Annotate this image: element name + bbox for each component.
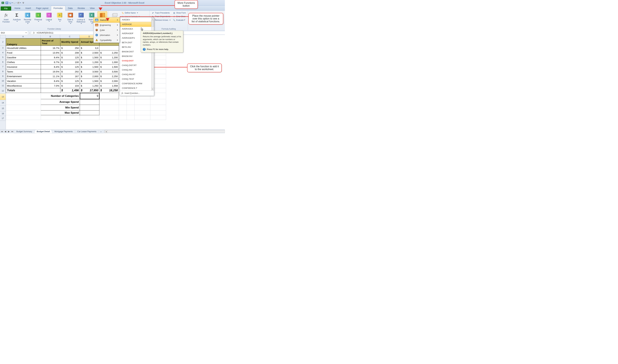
scroll-left-icon[interactable]: ◀: [105, 130, 107, 133]
cell-category[interactable]: Miscellaneous: [6, 83, 41, 88]
cell-percent[interactable]: 13.9%: [41, 51, 60, 55]
row-header-3[interactable]: 3: [0, 46, 6, 50]
row-header-2[interactable]: 2: [0, 38, 6, 46]
file-tab[interactable]: File: [1, 6, 11, 11]
tab-home[interactable]: Home: [12, 6, 23, 11]
define-name-button[interactable]: 🏷️Define Name: [121, 11, 144, 14]
totals-monthly[interactable]: $1,496: [60, 88, 80, 93]
function-item[interactable]: BINOM.INV: [120, 54, 154, 58]
cell-ly[interactable]: $1,500: [99, 65, 119, 69]
show-formulas-button[interactable]: ▤Show Form: [172, 11, 186, 14]
row-header-17[interactable]: 17: [0, 116, 6, 121]
horizontal-scrollbar[interactable]: ◀: [105, 130, 225, 133]
scroll-thumb[interactable]: [152, 20, 154, 26]
function-item[interactable]: CHISQ.TEST: [120, 77, 154, 81]
tab-formulas[interactable]: Formulas: [51, 6, 66, 11]
row-header-16[interactable]: 16: [0, 111, 6, 116]
function-item[interactable]: CHISQ.DIST.RT: [120, 63, 154, 68]
function-item[interactable]: AVEDEV: [120, 17, 154, 22]
recently-used-button[interactable]: ★ Recently Used: [23, 11, 32, 27]
cell-percent[interactable]: 11.1%: [41, 74, 60, 79]
row-header-9[interactable]: 9: [0, 74, 6, 78]
scroll-up-icon[interactable]: ▲: [151, 17, 154, 20]
cell-category[interactable]: Entertainment: [6, 74, 41, 79]
cell-category[interactable]: Household Utilities: [6, 46, 41, 51]
function-item[interactable]: AVERAGEA: [120, 26, 154, 31]
sheet-nav-next-icon[interactable]: ▶: [8, 130, 10, 133]
qat-customize-icon[interactable]: [21, 1, 25, 5]
tab-page-layout[interactable]: Page Layout: [34, 6, 51, 11]
namebox-dropdown-icon[interactable]: [25, 32, 27, 34]
fx-button-icon[interactable]: fx: [32, 31, 36, 34]
submenu-compatibility[interactable]: !Compatibility: [93, 38, 120, 43]
cell-monthly[interactable]: $100: [60, 60, 80, 65]
save-icon[interactable]: [5, 1, 9, 5]
new-sheet-tab[interactable]: ☼: [99, 130, 103, 133]
cell-annual[interactable]: $2,500: [80, 51, 99, 55]
cell-percent[interactable]: 16.7%: [41, 46, 60, 51]
redo-icon[interactable]: [13, 1, 17, 5]
cell-annual[interactable]: $1,500: [80, 65, 99, 69]
cell-percent[interactable]: 19.5%: [41, 69, 60, 74]
sheet-tab-active[interactable]: Budget Detail: [34, 130, 52, 133]
cell-ly[interactable]: $1,200: [99, 55, 119, 60]
cell-monthly[interactable]: $167: [60, 74, 80, 79]
col-header-A[interactable]: A: [6, 35, 40, 38]
sheet-nav-last-icon[interactable]: ⏭: [11, 130, 13, 133]
row-header-14[interactable]: 14: [0, 100, 6, 106]
row-header-5[interactable]: 5: [0, 55, 6, 60]
header-cell[interactable]: Monthly Spend: [60, 39, 80, 46]
lookup-button[interactable]: 🔍 Lookup & Reference: [76, 11, 86, 27]
sheet-nav-first-icon[interactable]: ⏮: [1, 130, 3, 133]
function-item[interactable]: CONFIDENCE.NORM: [120, 81, 154, 86]
insert-function-link[interactable]: fx Insert Function...: [120, 90, 154, 96]
cell-ly[interactable]: $2,000: [99, 79, 119, 83]
cell-annual[interactable]: $3,0: [80, 46, 99, 51]
tab-insert[interactable]: Insert: [23, 6, 34, 11]
tab-data[interactable]: Data: [66, 6, 75, 11]
row-header-10[interactable]: 10: [0, 78, 6, 83]
cell-annual[interactable]: $1,500: [80, 79, 99, 83]
row-header-7[interactable]: 7: [0, 65, 6, 69]
cell-monthly[interactable]: $104: [60, 83, 80, 88]
scroll-down-icon[interactable]: ▼: [151, 88, 154, 90]
cell-category[interactable]: Clothes: [6, 60, 41, 65]
cell-annual[interactable]: $2,000: [80, 74, 99, 79]
row-header-11[interactable]: 11: [0, 83, 6, 88]
row-header-6[interactable]: 6: [0, 60, 6, 65]
print-icon[interactable]: [17, 1, 21, 5]
funclist-scrollbar[interactable]: ▲ ▼: [151, 17, 154, 90]
summary-label[interactable]: Max Spend: [41, 110, 80, 115]
cell-category[interactable]: Vacation: [6, 79, 41, 83]
totals-ly[interactable]: $18,258: [99, 88, 119, 93]
summary-label[interactable]: Min Spend: [41, 105, 80, 110]
summary-label[interactable]: Number of Categories: [41, 93, 80, 99]
cell-annual[interactable]: $1,500: [80, 55, 99, 60]
cell-category[interactable]: Taxes: [6, 69, 41, 74]
function-item[interactable]: CHISQ.DIST: [120, 58, 154, 63]
cell-percent[interactable]: 8.4%: [41, 55, 60, 60]
sheet-tab[interactable]: Mortgage Payments: [52, 130, 75, 133]
cell-monthly[interactable]: $250: [60, 46, 80, 51]
function-item[interactable]: CHISQ.INV.RT: [120, 72, 154, 77]
row-header-15[interactable]: 15: [0, 106, 6, 111]
cancel-formula-icon[interactable]: ○: [28, 32, 31, 34]
tab-review[interactable]: Review: [75, 6, 87, 11]
cell-annual[interactable]: $1,200: [80, 60, 99, 65]
cell-percent[interactable]: 8.4%: [41, 65, 60, 69]
selected-cell-D13[interactable]: 9: [80, 93, 99, 99]
col-header-B[interactable]: B: [40, 35, 60, 38]
cell-annual[interactable]: $1,250: [80, 83, 99, 88]
tab-view[interactable]: View: [87, 6, 97, 11]
function-item[interactable]: CONFIDENCE.T: [120, 86, 154, 90]
totals-annual[interactable]: $17,950: [80, 88, 99, 93]
cell-ly[interactable]: [99, 46, 119, 51]
cell-ly[interactable]: $3,500: [99, 69, 119, 74]
row-header-12[interactable]: 12: [0, 88, 6, 94]
sheet-nav-prev-icon[interactable]: ◀: [4, 130, 7, 133]
autosum-button[interactable]: Σ AutoSum: [12, 11, 22, 27]
cell-monthly[interactable]: $125: [60, 55, 80, 60]
datetime-button[interactable]: 🕐 Date & Time: [66, 11, 75, 27]
submenu-engineering[interactable]: 101Engineering: [93, 23, 120, 27]
function-item[interactable]: AVERAGE: [120, 22, 154, 27]
